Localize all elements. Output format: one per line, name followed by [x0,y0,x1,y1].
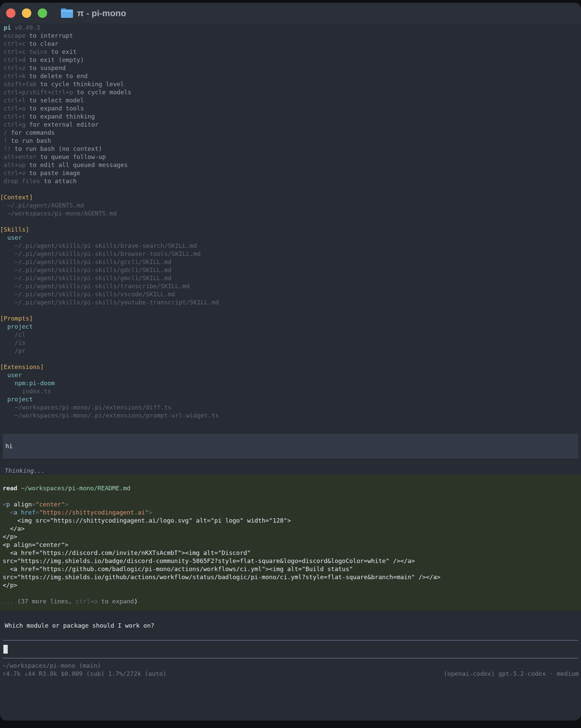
terminal-line: !! to run bash (no context) [0,145,581,153]
terminal-line: ... (37 more lines, ctrl+o to expand) [3,597,578,605]
terminal-line: src="https://img.shields.io/badge/discor… [3,557,578,565]
terminal-line: [Skills] [0,226,581,234]
terminal-line: /is [0,339,581,347]
terminal-line: </p> [3,533,578,541]
close-button[interactable] [6,8,16,18]
terminal-line: project [0,395,581,404]
terminal-line [0,185,581,193]
statusbar-model-info: (openai-codex) gpt-5.2-codex · medium [444,670,579,678]
terminal-line: / for commands [0,129,581,137]
terminal-line: [Extensions] [0,363,581,371]
terminal-line: <a href="https://shittycodingagent.ai"> [3,509,578,517]
terminal-line [3,492,578,500]
terminal-line: user [0,371,581,379]
terminal-line [0,306,581,314]
terminal-line: <p align="center"> [3,541,578,549]
terminal-line: drop files to attach [0,177,581,185]
tool-call-read-box: read ~/workspaces/pi-mono/README.md <p a… [0,475,581,611]
thinking-indicator: Thinking... [5,467,581,475]
terminal-content: pi v0.49.3 escape to interrupt ctrl+c to… [0,24,581,678]
terminal-line: ctrl+v to paste image [0,169,581,177]
terminal-line: ~/.pi/agent/skills/pi-skills/gmcli/SKILL… [0,274,581,282]
terminal-line [0,217,581,226]
terminal-line: <a href="https://github.com/badlogic/pi-… [3,565,578,573]
terminal-line: shift+tab to cycle thinking level [0,80,581,88]
terminal-line: ~/.pi/agent/skills/pi-skills/transcribe/… [0,282,581,290]
terminal-line: ctrl+t to expand thinking [0,112,581,121]
terminal-window: π - pi-mono pi v0.49.3 escape to interru… [0,3,581,721]
prompt-input[interactable] [3,640,578,658]
terminal-line: src="https://img.shields.io/github/actio… [3,573,578,581]
terminal-line: ~/.pi/agent/skills/pi-skills/gdcli/SKILL… [0,266,581,274]
terminal-line: alt+up to edit all queued messages [0,161,581,169]
user-message: hi [3,434,578,459]
terminal-line: ~/.pi/agent/skills/pi-skills/brave-searc… [0,242,581,250]
terminal-line: ctrl+p/shift+ctrl+p to cycle models [0,88,581,96]
statusbar-token-stats: ↑4.7k ↓44 R3.8k $0.009 (sub) 1.7%/272k (… [2,670,167,678]
window-title: π - pi-mono [77,8,126,19]
terminal-line: </a> [3,525,578,533]
terminal-line: ~/.pi/agent/AGENTS.md [0,201,581,209]
titlebar: π - pi-mono [0,3,581,24]
terminal-line: ctrl+d to exit (empty) [0,56,581,64]
terminal-line: <img src="https://shittycodingagent.ai/l… [3,517,578,525]
text-cursor [3,645,8,654]
terminal-line: /cl [0,331,581,339]
statusbar: ~/workspaces/pi-mono (main) ↑4.7k ↓44 R3… [2,662,579,678]
terminal-line: ~/workspaces/pi-mono/.pi/extensions/prom… [0,412,581,420]
terminal-line: ! to run bash [0,137,581,145]
terminal-line: [Prompts] [0,314,581,322]
terminal-line: index.ts [0,387,581,395]
minimize-button[interactable] [22,8,31,18]
terminal-line: <a href="https://discord.com/invite/nKXT… [3,549,578,557]
terminal-line: ~/workspaces/pi-mono/.pi/extensions/diff… [0,404,581,412]
terminal-line: ctrl+l to select model [0,96,581,104]
terminal-line: <p align="center"> [3,500,578,509]
terminal-line: ~/.pi/agent/skills/pi-skills/youtube-tra… [0,298,581,306]
terminal-line: ctrl+o to expand tools [0,104,581,112]
terminal-line: ~/workspaces/pi-mono/AGENTS.md [0,209,581,217]
assistant-question: Which module or package should I work on… [5,622,581,630]
terminal-line: pi v0.49.3 [0,24,581,32]
zoom-button[interactable] [38,8,47,18]
terminal-line: </p> [3,581,578,589]
terminal-line: ctrl+z to suspend [0,64,581,72]
terminal-line: [Context] [0,193,581,201]
statusbar-cwd: ~/workspaces/pi-mono (main) [2,662,579,670]
terminal-line: escape to interrupt [0,32,581,40]
terminal-line: ctrl+k to delete to end [0,72,581,80]
terminal-line: ~/.pi/agent/skills/pi-skills/vscode/SKIL… [0,290,581,298]
terminal-line: ctrl+c to clear [0,40,581,48]
folder-icon [61,8,73,18]
terminal-line: ~/.pi/agent/skills/pi-skills/gccli/SKILL… [0,258,581,266]
terminal-line: project [0,322,581,331]
user-message-text: hi [5,442,576,450]
terminal-line: npm:pi-doom [0,379,581,387]
terminal-line: ctrl+c twice to exit [0,48,581,56]
terminal-line: read ~/workspaces/pi-mono/README.md [3,484,578,492]
terminal-line [3,589,578,597]
terminal-line: ~/.pi/agent/skills/pi-skills/browser-too… [0,250,581,258]
startup-info: pi v0.49.3 escape to interrupt ctrl+c to… [0,24,581,420]
desktop: { "palette": { "outer_bg": "#0e0f12", "w… [0,0,581,728]
terminal-line: alt+enter to queue follow-up [0,153,581,161]
terminal-line: ctrl+g for external editor [0,121,581,129]
terminal-line [0,355,581,363]
terminal-line: user [0,234,581,242]
terminal-line: /pr [0,347,581,355]
